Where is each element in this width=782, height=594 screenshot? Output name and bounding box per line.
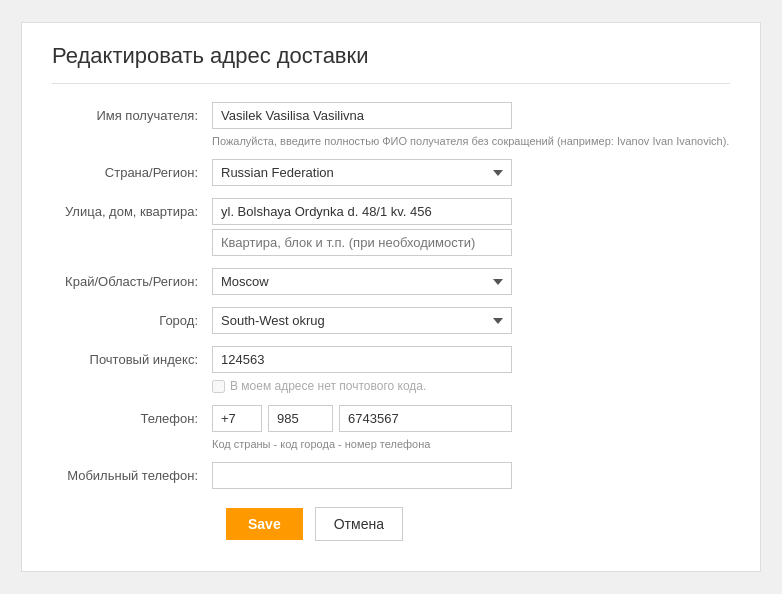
recipient-controls: Пожалуйста, введите полностью ФИО получа…: [212, 102, 730, 147]
city-label: Город:: [52, 307, 212, 328]
postal-row: Почтовый индекс: В моем адресе нет почто…: [52, 346, 730, 393]
button-row: Save Отмена: [52, 507, 730, 541]
recipient-label: Имя получателя:: [52, 102, 212, 123]
country-controls: Russian Federation: [212, 159, 730, 186]
country-select[interactable]: Russian Federation: [212, 159, 512, 186]
region-controls: Moscow: [212, 268, 730, 295]
country-label: Страна/Регион:: [52, 159, 212, 180]
apartment-input[interactable]: [212, 229, 512, 256]
street-row: Улица, дом, квартира:: [52, 198, 730, 256]
city-select[interactable]: South-West okrug: [212, 307, 512, 334]
postal-input[interactable]: [212, 346, 512, 373]
city-row: Город: South-West okrug: [52, 307, 730, 334]
phone-label: Телефон:: [52, 405, 212, 426]
street-label: Улица, дом, квартира:: [52, 198, 212, 219]
page-title: Редактировать адрес доставки: [52, 43, 730, 84]
city-controls: South-West okrug: [212, 307, 730, 334]
cancel-button[interactable]: Отмена: [315, 507, 403, 541]
phone-number-input[interactable]: [339, 405, 512, 432]
form-card: Редактировать адрес доставки Имя получат…: [21, 22, 761, 572]
save-button[interactable]: Save: [226, 508, 303, 540]
street-controls: [212, 198, 730, 256]
region-row: Край/Область/Регион: Moscow: [52, 268, 730, 295]
recipient-hint: Пожалуйста, введите полностью ФИО получа…: [212, 135, 730, 147]
recipient-row: Имя получателя: Пожалуйста, введите полн…: [52, 102, 730, 147]
country-row: Страна/Регион: Russian Federation: [52, 159, 730, 186]
phone-row: Телефон: Код страны - код города - номер…: [52, 405, 730, 450]
no-postal-label: В моем адресе нет почтового кода.: [230, 379, 426, 393]
mobile-label: Мобильный телефон:: [52, 462, 212, 483]
region-label: Край/Область/Регион:: [52, 268, 212, 289]
phone-code-input[interactable]: [212, 405, 262, 432]
no-postal-row: В моем адресе нет почтового кода.: [212, 379, 730, 393]
postal-controls: В моем адресе нет почтового кода.: [212, 346, 730, 393]
phone-controls: Код страны - код города - номер телефона: [212, 405, 730, 450]
phone-area-input[interactable]: [268, 405, 333, 432]
mobile-row: Мобильный телефон:: [52, 462, 730, 489]
phone-inputs: [212, 405, 512, 432]
mobile-input[interactable]: [212, 462, 512, 489]
postal-label: Почтовый индекс:: [52, 346, 212, 367]
mobile-controls: [212, 462, 730, 489]
region-select[interactable]: Moscow: [212, 268, 512, 295]
no-postal-checkbox[interactable]: [212, 380, 225, 393]
street-input[interactable]: [212, 198, 512, 225]
recipient-input[interactable]: [212, 102, 512, 129]
phone-hint: Код страны - код города - номер телефона: [212, 438, 730, 450]
